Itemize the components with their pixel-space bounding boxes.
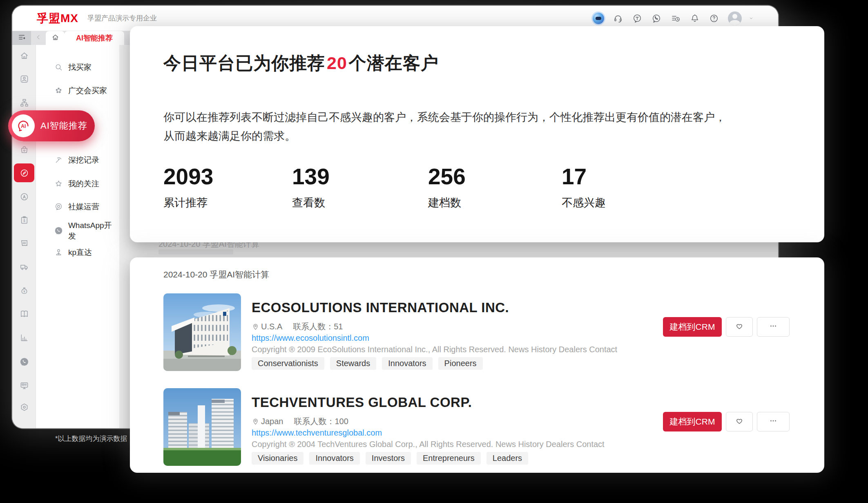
rail-item-settings[interactable] <box>12 397 36 417</box>
file-to-crm-button[interactable]: 建档到CRM <box>663 317 722 337</box>
sidebar-item-深挖记录[interactable]: 深挖记录 <box>36 152 119 168</box>
tab-ai-recommend[interactable]: AI智能推荐 <box>65 31 124 45</box>
stat-not-interested: 17 不感兴趣 <box>562 163 606 210</box>
orders-icon: $ <box>20 215 29 225</box>
collapse-icon <box>18 33 26 43</box>
company-website-link[interactable]: https://www.techventuresglobal.com <box>252 428 382 438</box>
tag-pill: Innovators <box>309 452 359 465</box>
org-structure-icon <box>20 98 29 107</box>
title-prefix: 今日平台已为你推荐 <box>163 53 325 73</box>
rail-item-logistics[interactable] <box>12 257 36 277</box>
heart-icon <box>734 416 744 427</box>
stat-label: 累计推荐 <box>163 195 213 210</box>
company-photo <box>163 388 241 466</box>
collapse-menu-button[interactable] <box>12 31 31 45</box>
rail-item-ledger[interactable] <box>12 304 36 324</box>
card-actions: 建档到CRM <box>663 317 790 337</box>
person-tie-icon <box>54 248 63 257</box>
tag-pill: Innovators <box>382 357 432 370</box>
ai-assistant-icon[interactable] <box>593 13 604 24</box>
sidebar-item-label: 找买家 <box>68 62 91 73</box>
canton-flower-icon <box>54 86 63 95</box>
rail-item-home[interactable] <box>12 46 36 65</box>
company-card: ECOSOLUTIONS INTERNATIONAL INC. U.S.A 联系… <box>163 293 790 371</box>
stat-value: 256 <box>428 163 466 190</box>
ai-head-icon: AI <box>12 114 35 137</box>
help-icon[interactable] <box>709 13 719 24</box>
favorite-button[interactable] <box>726 317 753 337</box>
translate-icon[interactable] <box>632 13 643 24</box>
tag-pill: Stewards <box>330 357 376 370</box>
back-button[interactable] <box>31 31 46 45</box>
sidebar-item-label: 广交会买家 <box>68 85 107 96</box>
company-country: Japan <box>261 417 283 426</box>
sidebar-item-我的关注[interactable]: 我的关注 <box>36 176 119 192</box>
favorite-button[interactable] <box>726 412 753 431</box>
company-contacts-count: 联系人数：51 <box>293 321 343 332</box>
dig-icon <box>54 156 63 165</box>
heart-icon <box>734 321 744 333</box>
description-line-1: 你可以在推荐列表不断过滤掉自己不感兴趣的客户，系统会基于你的操作行为，个性化推荐… <box>163 108 801 127</box>
rail-item-org-structure[interactable] <box>12 93 36 112</box>
sidebar-item-广交会买家[interactable]: 广交会买家 <box>36 83 119 99</box>
tag-pill: Conservationists <box>252 357 324 370</box>
ledger-icon <box>20 309 29 319</box>
location-pin-icon <box>252 418 259 425</box>
whatsapp-outline-icon[interactable] <box>651 13 662 24</box>
company-meta: Japan 联系人数：100 <box>252 416 348 427</box>
more-actions-button[interactable] <box>757 317 790 337</box>
ellipsis-icon <box>768 416 778 427</box>
rail-item-marketing[interactable] <box>12 187 36 206</box>
recommend-summary-panel: 今日平台已为你推荐20个潜在客户 你可以在推荐列表不断过滤掉自己不感兴趣的客户，… <box>130 26 824 242</box>
headset-icon[interactable] <box>613 13 623 24</box>
company-name: 孚盟产品演示专用企业 <box>87 13 157 23</box>
stat-label: 不感兴趣 <box>562 195 606 210</box>
stat-value: 2093 <box>163 163 213 190</box>
rail-item-product-bag[interactable] <box>12 140 36 159</box>
title-count: 20 <box>325 53 349 73</box>
sidebar-item-label: 社媒运营 <box>68 201 99 212</box>
chevron-down-icon[interactable] <box>748 13 754 24</box>
sidebar-item-label: 深挖记录 <box>68 155 99 165</box>
home-icon <box>20 51 29 60</box>
file-to-crm-button[interactable]: 建档到CRM <box>663 412 722 431</box>
sidebar-item-WhatsApp开发[interactable]: WhatsApp开发 <box>36 223 119 239</box>
stat-viewed: 139 查看数 <box>292 163 330 210</box>
social-chat-icon <box>54 202 63 211</box>
company-tags: VisionariesInnovatorsInvestorsEntreprene… <box>252 452 528 465</box>
topbar-icons <box>593 11 754 25</box>
company-name-link[interactable]: TECHVENTURES GLOBAL CORP. <box>252 395 472 410</box>
star-icon <box>54 179 63 188</box>
rail-item-finance[interactable]: ¥ <box>12 281 36 300</box>
ai-recommend-pill[interactable]: AI AI智能推荐 <box>8 110 95 141</box>
sidebar-item-社媒运营[interactable]: 社媒运营 <box>36 199 119 215</box>
sidebar-item-找买家[interactable]: 找买家 <box>36 59 119 76</box>
company-contacts-count: 联系人数：100 <box>294 416 348 427</box>
stat-value: 17 <box>562 163 606 190</box>
rail-item-orders[interactable]: $ <box>12 210 36 230</box>
search-icon <box>54 63 63 72</box>
rail-item-workbench[interactable] <box>12 376 36 395</box>
sidebar-item-kp直达[interactable]: kp直达 <box>36 244 119 261</box>
rail-item-contacts[interactable] <box>12 69 36 89</box>
description-line-2: 从而越来越满足你的需求。 <box>163 127 801 145</box>
company-copyright: Copyright ® 2004 TechVentures Global Cor… <box>252 440 605 449</box>
tag-pill: Investors <box>366 452 411 465</box>
location-pin-icon <box>252 323 259 331</box>
rail-item-reports[interactable] <box>12 328 36 347</box>
demo-data-footnote: *以上数据均为演示数据 <box>55 434 127 443</box>
company-website-link[interactable]: https://www.ecosolutionsintl.com <box>252 333 369 343</box>
avatar-icon[interactable] <box>728 11 742 25</box>
rail-item-whatsapp[interactable] <box>12 352 36 371</box>
sidebar-item-label: kp直达 <box>68 247 92 258</box>
company-name-link[interactable]: ECOSOLUTIONS INTERNATIONAL INC. <box>252 300 509 315</box>
home-tab[interactable] <box>46 31 65 45</box>
finance-icon: ¥ <box>20 286 29 295</box>
history-icon[interactable] <box>670 13 681 24</box>
more-actions-button[interactable] <box>757 412 790 431</box>
notification-bell-icon[interactable] <box>689 13 700 24</box>
page-description: 你可以在推荐列表不断过滤掉自己不感兴趣的客户，系统会基于你的操作行为，个性化推荐… <box>163 108 801 145</box>
rail-item-documents[interactable] <box>12 234 36 253</box>
company-photo <box>163 293 241 371</box>
rail-item-customer-discovery[interactable] <box>12 163 36 183</box>
